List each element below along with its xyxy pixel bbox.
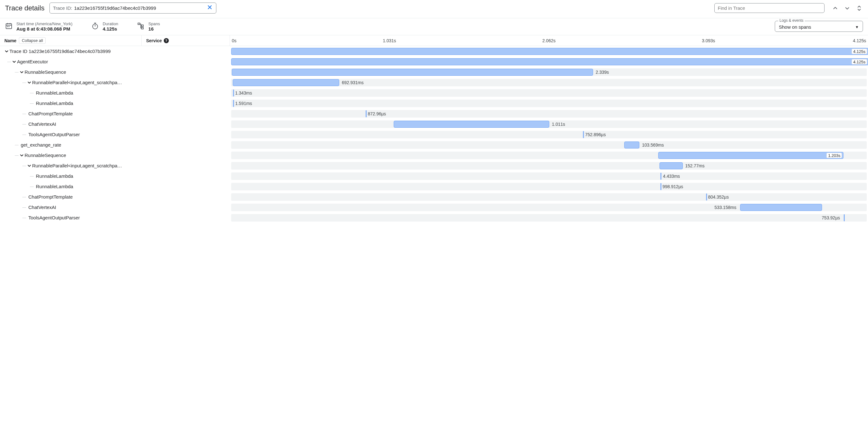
span-bar[interactable]	[233, 89, 234, 96]
span-name: ToolsAgentOutputParser	[28, 215, 142, 220]
trace-row[interactable]: AgentExecutor4.125s	[0, 56, 868, 67]
help-icon[interactable]: ?	[164, 38, 169, 43]
column-service: Service ?	[142, 35, 230, 46]
trace-row[interactable]: ChatPromptTemplate804.352µs	[0, 192, 868, 202]
span-timeline-cell: 753.92µs	[230, 213, 868, 223]
chevron-down-icon[interactable]	[4, 50, 9, 53]
trace-row[interactable]: RunnableLambda1.343ms	[0, 88, 868, 98]
span-bar[interactable]	[233, 100, 234, 107]
chevron-down-icon[interactable]	[19, 70, 25, 74]
svg-rect-5	[8, 26, 9, 27]
duration-stat: Duration 4.125s	[91, 22, 118, 31]
span-name-cell: ChatPromptTemplate	[0, 194, 142, 199]
trace-row[interactable]: ToolsAgentOutputParser753.92µs	[0, 213, 868, 223]
trace-id-input-wrapper[interactable]: Trace ID:	[50, 2, 216, 13]
chevron-down-icon[interactable]	[19, 153, 25, 157]
span-timeline-cell: 1.591ms	[230, 98, 868, 108]
spans-stat: Spans 16	[137, 22, 160, 31]
trace-row[interactable]: RunnableSequence1.203s	[0, 150, 868, 161]
span-name: RunnableSequence	[25, 152, 142, 158]
logs-events-select[interactable]: Logs & events Show on spans ▼	[775, 21, 863, 32]
span-bar[interactable]: 4.125s	[231, 48, 868, 55]
trace-row[interactable]: ToolsAgentOutputParser752.896µs	[0, 129, 868, 140]
trace-row[interactable]: ChatVertexAI533.158ms	[0, 202, 868, 213]
span-name: RunnableParallel<input,agent_scratchpa…	[32, 80, 142, 85]
span-name: get_exchange_rate	[21, 142, 142, 147]
span-timeline-cell: 533.158ms	[230, 202, 868, 213]
span-duration-label: 4.125s	[851, 59, 867, 64]
span-bar[interactable]	[660, 183, 661, 190]
find-in-trace-input-wrapper[interactable]	[714, 3, 825, 13]
span-bar[interactable]	[740, 204, 822, 211]
span-name: RunnableLambda	[36, 101, 142, 106]
span-name: RunnableSequence	[25, 69, 142, 75]
span-bar[interactable]: 4.125s	[231, 58, 868, 65]
span-duration-label: 753.92µs	[822, 215, 840, 220]
span-bar[interactable]	[366, 110, 367, 117]
start-time-value: Aug 8 at 6:43:08.068 PM	[17, 26, 72, 31]
page-title: Trace details	[5, 4, 44, 12]
span-name: ChatVertexAI	[28, 204, 142, 210]
span-bar[interactable]	[232, 69, 593, 76]
chevron-down-icon[interactable]	[11, 60, 17, 64]
span-bar[interactable]: 1.203s	[658, 152, 844, 159]
span-bar[interactable]	[583, 131, 584, 138]
trace-row[interactable]: Trace ID 1a223e16755f19d6ac74bec4c07b399…	[0, 46, 868, 56]
span-timeline-cell: 2.339s	[230, 67, 868, 77]
spans-tree-icon	[137, 22, 145, 31]
span-name: Trace ID 1a223e16755f19d6ac74bec4c07b399…	[9, 49, 142, 54]
span-timeline-cell: 1.011s	[230, 119, 868, 129]
span-name-cell: RunnableLambda	[0, 90, 142, 95]
trace-row[interactable]: RunnableSequence2.339s	[0, 67, 868, 77]
span-name-cell: RunnableLambda	[0, 173, 142, 179]
column-name-label: Name	[4, 38, 17, 43]
svg-rect-11	[142, 25, 143, 26]
span-name-cell: RunnableLambda	[0, 184, 142, 189]
span-duration-label: 103.569ms	[642, 142, 663, 147]
trace-row[interactable]: ChatPromptTemplate872.96µs	[0, 108, 868, 119]
chevron-up-icon[interactable]	[832, 4, 839, 12]
span-name: RunnableLambda	[36, 184, 142, 189]
trace-row[interactable]: RunnableLambda4.433ms	[0, 171, 868, 181]
span-bar[interactable]	[233, 79, 339, 86]
unfold-icon[interactable]	[856, 5, 863, 11]
trace-row[interactable]: get_exchange_rate103.569ms	[0, 140, 868, 150]
span-name-cell: AgentExecutor	[0, 59, 142, 64]
find-in-trace-input[interactable]	[718, 5, 821, 11]
start-time-stat: Start time (America/New_York) Aug 8 at 6…	[5, 22, 72, 31]
trace-row[interactable]: RunnableLambda998.912µs	[0, 181, 868, 192]
trace-id-input[interactable]	[74, 5, 207, 11]
span-bar[interactable]	[706, 194, 707, 200]
span-bar[interactable]	[659, 162, 682, 169]
span-name-cell: ToolsAgentOutputParser	[0, 215, 142, 220]
stopwatch-icon	[91, 22, 99, 31]
span-name-cell: RunnableParallel<input,agent_scratchpa…	[0, 163, 142, 168]
span-name-cell: Trace ID 1a223e16755f19d6ac74bec4c07b399…	[0, 49, 142, 54]
span-duration-label: 2.339s	[595, 70, 609, 75]
span-duration-label: 4.433ms	[663, 174, 680, 179]
trace-row[interactable]: RunnableParallel<input,agent_scratchpa…6…	[0, 77, 868, 88]
span-bar[interactable]	[624, 142, 640, 148]
span-name: ChatVertexAI	[28, 121, 142, 127]
header-nav-icons	[832, 4, 863, 12]
collapse-all-button[interactable]: Collapse all	[19, 37, 46, 44]
span-bar[interactable]	[844, 214, 845, 221]
span-name: RunnableParallel<input,agent_scratchpa…	[32, 163, 142, 168]
logs-events-legend: Logs & events	[778, 18, 805, 23]
span-name: AgentExecutor	[17, 59, 142, 64]
calendar-icon	[5, 22, 12, 31]
chevron-down-icon[interactable]	[843, 4, 851, 12]
trace-row[interactable]: RunnableLambda1.591ms	[0, 98, 868, 108]
span-bar[interactable]	[660, 173, 661, 180]
trace-row[interactable]: RunnableParallel<input,agent_scratchpa…1…	[0, 161, 868, 171]
logs-events-value: Show on spans	[779, 24, 811, 30]
close-icon[interactable]	[207, 5, 213, 11]
span-bar[interactable]	[394, 121, 550, 128]
trace-row[interactable]: ChatVertexAI1.011s	[0, 119, 868, 129]
chevron-down-icon[interactable]	[27, 164, 32, 168]
dropdown-triangle-icon: ▼	[855, 25, 859, 29]
chevron-down-icon[interactable]	[27, 81, 32, 84]
span-timeline-cell: 752.896µs	[230, 129, 868, 140]
span-duration-label: 4.125s	[851, 49, 867, 54]
trace-id-label: Trace ID:	[53, 5, 72, 11]
